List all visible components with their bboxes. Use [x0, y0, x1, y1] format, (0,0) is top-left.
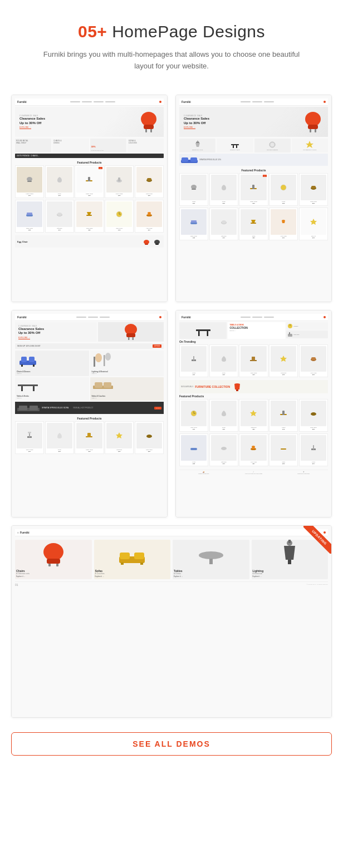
svg-marker-36 — [306, 141, 313, 148]
svg-rect-90 — [193, 356, 194, 361]
demo5-footer-text: © Furniki 2024. All rights reserved. — [307, 584, 328, 585]
svg-rect-68 — [33, 386, 35, 391]
svg-rect-112 — [48, 564, 51, 566]
svg-point-119 — [199, 551, 223, 559]
demo3-logo: Furniki — [17, 315, 27, 319]
svg-rect-92 — [252, 357, 255, 361]
svg-rect-13 — [27, 213, 32, 215]
demo1-chair-img — [138, 110, 159, 134]
svg-rect-115 — [120, 553, 130, 559]
demo2-hero-title: Clearance SalesUp to 30% Off — [184, 117, 209, 126]
demo2-nav — [241, 101, 274, 102]
demo2-hero-btn: EXPLORE → — [184, 126, 209, 129]
demo-card-3[interactable]: Furniki CLEARANCE SALE — [11, 310, 168, 517]
svg-rect-87 — [288, 334, 292, 337]
svg-rect-73 — [19, 406, 27, 410]
demo2-header: Furniki — [179, 98, 328, 106]
svg-rect-39 — [190, 157, 197, 162]
header-section: 05+ HomePage Designs Furniki brings you … — [38, 22, 305, 72]
svg-rect-113 — [56, 564, 58, 566]
svg-rect-84 — [207, 331, 208, 336]
svg-rect-1 — [144, 125, 154, 129]
svg-point-63 — [95, 353, 102, 362]
svg-rect-66 — [18, 384, 38, 386]
updating-badge-wrapper: UPDATING — [303, 526, 331, 554]
demo4-nav — [241, 317, 274, 318]
svg-point-21 — [144, 240, 149, 244]
svg-rect-41 — [192, 189, 196, 190]
page-title: 05+ HomePage Designs — [38, 22, 305, 41]
demo1-promo-row: ROUND METALWALL SHELF CHAIRS &DINING 30%… — [15, 139, 164, 152]
cta-label: SEE ALL DEMOS — [133, 739, 210, 748]
svg-rect-11 — [147, 178, 151, 181]
page-wrapper: 05+ HomePage Designs Furniki brings you … — [0, 0, 343, 772]
svg-rect-60 — [21, 364, 23, 367]
svg-rect-111 — [47, 559, 60, 564]
svg-rect-123 — [288, 560, 291, 564]
demo5-categories: Chairs & Ottoman sets Explore it → — [15, 540, 328, 579]
svg-point-103 — [311, 412, 316, 416]
demo2-sofa: SPARTA SPRING BLUE 50% — [179, 154, 328, 166]
svg-rect-48 — [191, 220, 197, 223]
demo-card-4[interactable]: Furniki — [175, 310, 332, 517]
svg-rect-76 — [29, 433, 30, 437]
demo1-egg-chair: Egg Chair — [15, 235, 164, 248]
svg-rect-116 — [134, 553, 144, 559]
demo2-collection-row: PENDANT LAMP DINING TABLE — [179, 139, 328, 152]
svg-marker-93 — [280, 356, 287, 362]
demo5-logo: Furniki — [20, 531, 30, 534]
svg-rect-27 — [310, 129, 311, 132]
demo4-trending-products: Lamp$24 Chair$45 Side Table$19 Star — [179, 344, 328, 377]
svg-rect-24 — [155, 244, 159, 245]
demo1-nav — [70, 101, 115, 102]
svg-point-110 — [43, 543, 63, 561]
svg-point-40 — [191, 185, 197, 189]
svg-rect-88 — [289, 332, 290, 334]
svg-rect-64 — [104, 355, 105, 366]
svg-rect-28 — [315, 129, 316, 132]
demo3-products: Floor Lamp$24 Chair$45 Table Lamp$19 — [15, 421, 164, 454]
demo-card-1[interactable]: Furniki CLEA — [11, 95, 168, 302]
header-subtitle: Furniki brings you with multi-homepages … — [38, 49, 305, 72]
svg-point-23 — [154, 240, 160, 244]
svg-rect-117 — [121, 563, 124, 565]
demo3-nav — [76, 317, 110, 318]
svg-rect-16 — [86, 215, 92, 216]
demo4-hero: TABLE & DESK COLLECTION Explore → Starbu… — [179, 322, 328, 339]
demo1-logo: Furniki — [17, 100, 27, 103]
demo2-featured-title: Featured Products — [179, 169, 328, 172]
svg-rect-70 — [95, 382, 102, 388]
svg-rect-55 — [128, 337, 130, 340]
svg-marker-80 — [116, 432, 122, 438]
svg-rect-96 — [236, 389, 238, 391]
svg-point-65 — [105, 353, 111, 361]
svg-point-44 — [281, 185, 286, 190]
demo4-trending-title: On Trending — [179, 340, 328, 343]
accent-number: 05+ — [78, 22, 107, 41]
demo2-icons — [324, 101, 326, 103]
demo4-featured-row2: Chair$89 Ottoman$42 Arm Chair$67 Ta — [179, 433, 328, 466]
svg-marker-100 — [250, 410, 257, 416]
demo3-hero: CLEARANCE SALE Clearance SalesUp to 30% … — [15, 322, 164, 342]
svg-rect-46 — [311, 186, 316, 189]
demo5-page-num: 01 — [15, 583, 18, 586]
svg-rect-51 — [251, 223, 256, 224]
svg-rect-7 — [88, 177, 90, 181]
svg-rect-107 — [281, 448, 286, 450]
demos-grid: Furniki CLEA — [11, 95, 332, 718]
svg-rect-38 — [182, 157, 188, 162]
svg-rect-74 — [30, 406, 38, 410]
see-all-demos-button[interactable]: SEE ALL DEMOS — [11, 732, 332, 756]
demo-card-5[interactable]: UPDATING ≡ Furniki — [11, 525, 332, 718]
svg-rect-59 — [29, 357, 35, 362]
svg-rect-26 — [308, 125, 318, 129]
svg-point-105 — [221, 447, 227, 450]
demo3-categories: Chairs & Dinners View All Lighting & Ele… — [15, 351, 164, 376]
demo5-footer: 01 © Furniki 2024. All rights reserved. — [15, 581, 328, 586]
svg-rect-3 — [150, 129, 152, 132]
demo-card-2[interactable]: Furniki CLEARANCE SALE — [175, 95, 332, 302]
svg-point-77 — [28, 432, 31, 433]
demo4-icons — [324, 316, 326, 318]
svg-rect-43 — [252, 185, 254, 189]
svg-rect-83 — [198, 331, 200, 336]
